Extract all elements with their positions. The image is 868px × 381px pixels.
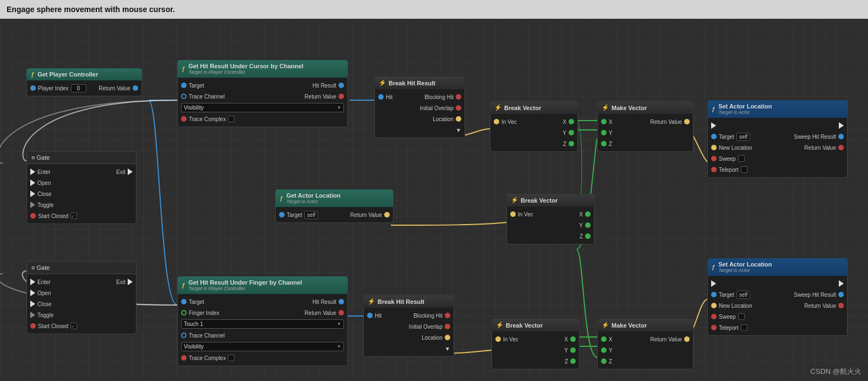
pin-return-value-out: Return Value xyxy=(99,85,138,91)
node-title-break-hit-2: Break Hit Result xyxy=(378,298,424,305)
node-title-break-vec-1: Break Vector xyxy=(504,105,541,111)
node-title-gate-1: Gate xyxy=(36,154,50,161)
node-title-get-actor-loc: Get Actor Location xyxy=(286,192,341,199)
node-get-actor-location: ƒ Get Actor Location Target is Actor Tar… xyxy=(275,189,394,223)
node-gate-2: ≡ Gate Enter Exit Open xyxy=(26,261,137,334)
node-break-vector-2: ⚡ Break Vector In Vec X Y xyxy=(506,194,594,244)
node-title-hit-cursor: Get Hit Result Under Cursor by Channel xyxy=(188,63,303,69)
node-set-actor-location-2: ƒ Set Actor Location Target is Actor Tar… xyxy=(707,258,848,336)
canvas: ƒ Get Player Controller Player Index Ret… xyxy=(0,19,868,381)
trace-channel-finger-dropdown[interactable]: Visibility ▼ xyxy=(181,342,344,351)
trace-channel-dropdown[interactable]: Visibility ▼ xyxy=(181,103,344,112)
trace-complex-checkbox[interactable] xyxy=(228,116,234,122)
node-body-get-player-controller: Player Index Return Value xyxy=(26,80,142,96)
trace-complex-finger-checkbox[interactable] xyxy=(228,355,234,361)
page-title: Engage sphere movement with mouse cursor… xyxy=(7,5,175,14)
node-title-break-vec-3: Break Vector xyxy=(506,322,543,329)
node-break-hit-result-1: ⚡ Break Hit Result Hit Blocking Hit Init… xyxy=(374,77,465,138)
watermark: CSDN @航火火 xyxy=(810,367,861,377)
node-make-vector-1: ⚡ Make Vector X Return Value Y xyxy=(597,101,694,152)
node-title-break-hit-1: Break Hit Result xyxy=(389,80,435,86)
node-title-gate-2: Gate xyxy=(36,264,50,271)
node-get-hit-result-finger: ƒ Get Hit Result Under Finger by Channel… xyxy=(177,276,348,366)
node-title-break-vec-2: Break Vector xyxy=(521,197,558,204)
pin-player-index: Player Index xyxy=(30,84,86,92)
node-make-vector-2: ⚡ Make Vector X Return Value Y xyxy=(597,319,694,369)
node-title-hit-finger: Get Hit Result Under Finger by Channel xyxy=(188,279,302,286)
node-break-vector-1: ⚡ Break Vector In Vec X Y xyxy=(490,101,578,152)
pin-dot-return-val xyxy=(133,85,138,91)
node-set-actor-location-1: ƒ Set Actor Location Target is Actor Tar… xyxy=(707,100,848,178)
node-title-make-vec-2: Make Vector xyxy=(612,322,647,329)
finger-index-dropdown[interactable]: Touch 1 ▼ xyxy=(181,319,344,329)
player-index-input[interactable] xyxy=(71,84,86,92)
node-row-player-index: Player Index Return Value xyxy=(27,83,141,94)
node-break-vector-3: ⚡ Break Vector In Vec X Y xyxy=(492,319,580,369)
node-gate-1: ≡ Gate Enter Exit Open xyxy=(26,151,137,224)
node-get-hit-result-cursor: ƒ Get Hit Result Under Cursor by Channel… xyxy=(177,60,348,127)
node-header-hit-cursor: ƒ Get Hit Result Under Cursor by Channel… xyxy=(177,60,348,78)
node-body-hit-cursor: Target Hit Result Trace Channel Return V… xyxy=(177,78,348,127)
node-break-hit-result-2: ⚡ Break Hit Result Hit Blocking Hit Init… xyxy=(363,295,454,357)
top-bar: Engage sphere movement with mouse cursor… xyxy=(0,0,868,19)
pin-dot-player-index xyxy=(30,85,36,91)
node-title-get-player-controller: Get Player Controller xyxy=(37,71,98,78)
node-header-get-player-controller: ƒ Get Player Controller xyxy=(26,68,142,80)
node-get-player-controller: ƒ Get Player Controller Player Index Ret… xyxy=(26,68,142,96)
node-title-set-actor-1: Set Actor Location xyxy=(718,103,772,110)
node-title-set-actor-2: Set Actor Location xyxy=(718,261,772,268)
node-title-make-vec-1: Make Vector xyxy=(612,105,647,111)
